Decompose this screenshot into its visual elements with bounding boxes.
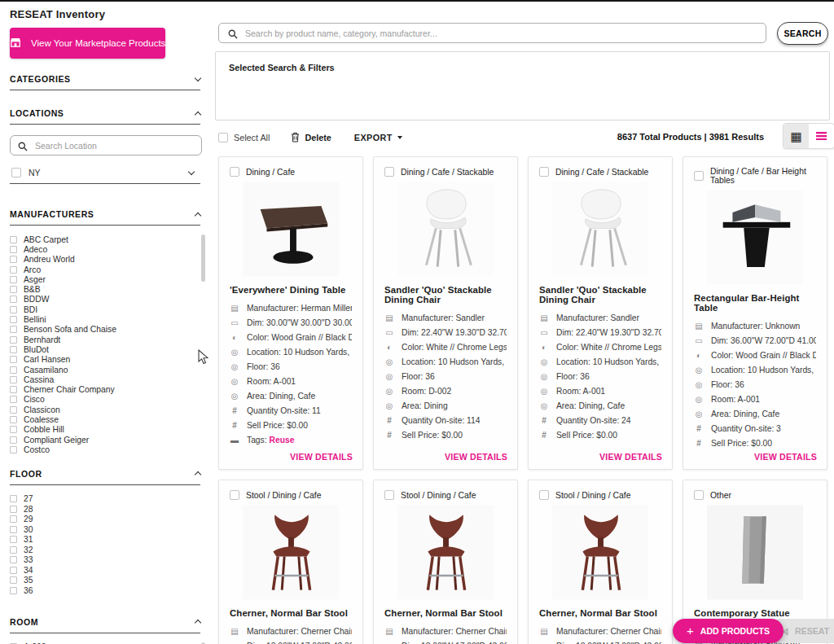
product-checkbox[interactable] [539,490,549,500]
checkbox[interactable] [10,576,17,584]
checkbox[interactable] [10,495,17,502]
chevron-up-icon[interactable] [195,471,201,478]
scrollbar-thumb[interactable] [201,234,205,282]
list-view-button[interactable] [809,124,834,148]
product-checkbox[interactable] [539,167,549,177]
manufacturer-item[interactable]: Bellini [10,314,202,324]
manufacturer-item[interactable]: Casamilano [10,365,202,375]
floor-item[interactable]: 28 [10,504,202,515]
checkbox[interactable] [10,587,17,594]
checkbox[interactable] [10,296,17,303]
locations-section-header[interactable]: LOCATIONS [10,108,200,118]
view-marketplace-button[interactable]: View Your Marketplace Products [10,28,165,59]
manufacturer-item[interactable]: Compliant Geiger [10,435,202,445]
location-search-input[interactable] [10,135,202,156]
manufacturer-item[interactable]: Arco [10,265,202,274]
checkbox[interactable] [10,436,17,444]
manufacturer-item[interactable]: Costco [10,445,202,454]
manufacturer-item[interactable]: Carl Hansen [10,355,202,365]
delete-button[interactable]: Delete [291,132,331,144]
checkbox[interactable] [10,336,17,344]
grid-view-button[interactable]: ▦ [784,124,809,148]
checkbox[interactable] [10,236,17,243]
checkbox[interactable] [10,426,17,433]
select-all-checkbox[interactable] [218,133,228,142]
export-button[interactable]: EXPORT [354,133,402,142]
select-all[interactable]: Select All [218,133,270,142]
checkbox[interactable] [10,276,17,283]
manufacturer-item[interactable]: Cherner Chair Company [10,384,202,394]
room-section-header[interactable]: ROOM [10,617,200,627]
manufacturer-item[interactable]: Cassina [10,375,202,384]
manufacturer-item[interactable]: Adeco [10,244,202,254]
manufacturer-item[interactable]: BDI [10,304,202,314]
checkbox[interactable] [10,526,17,533]
chevron-up-icon[interactable] [195,620,201,626]
view-details-link[interactable]: VIEW DETAILS [599,452,662,462]
checkbox[interactable] [11,168,21,177]
floor-item[interactable]: 35 [10,576,202,586]
checkbox[interactable] [10,546,17,554]
checkbox[interactable] [10,246,17,253]
manufacturer-item[interactable]: ABC Carpet [10,234,202,244]
view-details-link[interactable]: VIEW DETAILS [290,452,353,462]
checkbox[interactable] [10,416,17,423]
search-button[interactable]: SEARCH [777,22,828,45]
checkbox[interactable] [10,376,17,383]
checkbox[interactable] [10,366,17,374]
product-checkbox[interactable] [694,490,704,500]
checkbox[interactable] [10,256,17,263]
manufacturer-item[interactable]: BluDot [10,344,202,354]
categories-section-header[interactable]: CATEGORIES [10,74,200,84]
checkbox[interactable] [10,406,17,414]
product-checkbox[interactable] [384,167,394,177]
product-checkbox[interactable] [384,490,394,500]
checkbox[interactable] [10,536,17,543]
manufacturer-item[interactable]: Benson Sofa and Chaise [10,325,202,335]
checkbox[interactable] [10,446,17,453]
view-details-link[interactable]: VIEW DETAILS [754,452,817,462]
product-search-input[interactable] [218,23,766,43]
floor-item[interactable]: 27 [10,494,202,505]
checkbox[interactable] [10,306,17,313]
floor-item[interactable]: 34 [10,565,202,576]
floor-item[interactable]: 32 [10,545,202,555]
chevron-down-icon[interactable] [195,74,201,81]
add-products-button[interactable]: + ADD PRODUCTS [673,619,784,643]
product-checkbox[interactable] [230,490,239,500]
floor-item[interactable]: 29 [10,515,202,525]
chevron-up-icon[interactable] [195,111,201,117]
floor-section-header[interactable]: FLOOR [10,469,200,479]
checkbox[interactable] [10,567,17,574]
manufacturer-item[interactable]: Coalesse [10,414,202,424]
detail-tag-link[interactable]: Reuse [269,436,294,445]
manufacturer-item[interactable]: Andreu World [10,255,202,265]
checkbox[interactable] [10,515,17,523]
checkbox[interactable] [10,386,17,393]
product-checkbox[interactable] [694,171,704,181]
location-item[interactable]: NY [11,168,194,177]
checkbox[interactable] [10,396,17,403]
manufacturers-section-header[interactable]: MANUFACTURERS [10,209,200,219]
checkbox[interactable] [10,286,17,293]
checkbox[interactable] [10,316,17,323]
manufacturer-item[interactable]: BDDW [10,295,202,304]
checkbox[interactable] [10,326,17,333]
view-details-link[interactable]: VIEW DETAILS [445,452,507,462]
chevron-down-icon[interactable] [188,168,195,174]
floor-item[interactable]: 30 [10,524,202,535]
floor-item[interactable]: 31 [10,535,202,545]
checkbox[interactable] [10,556,17,563]
manufacturer-item[interactable]: Cisco [10,395,202,405]
checkbox[interactable] [10,356,17,363]
chevron-up-icon[interactable] [195,212,201,218]
product-checkbox[interactable] [230,167,239,177]
manufacturer-item[interactable]: B&B [10,284,202,294]
manufacturer-item[interactable]: Bernhardt [10,335,202,344]
manufacturer-item[interactable]: Classicon [10,405,202,414]
manufacturer-item[interactable]: Asger [10,274,202,284]
checkbox[interactable] [10,346,17,353]
floor-item[interactable]: 33 [10,555,202,566]
floor-item[interactable]: 36 [10,585,202,596]
checkbox[interactable] [10,266,17,274]
